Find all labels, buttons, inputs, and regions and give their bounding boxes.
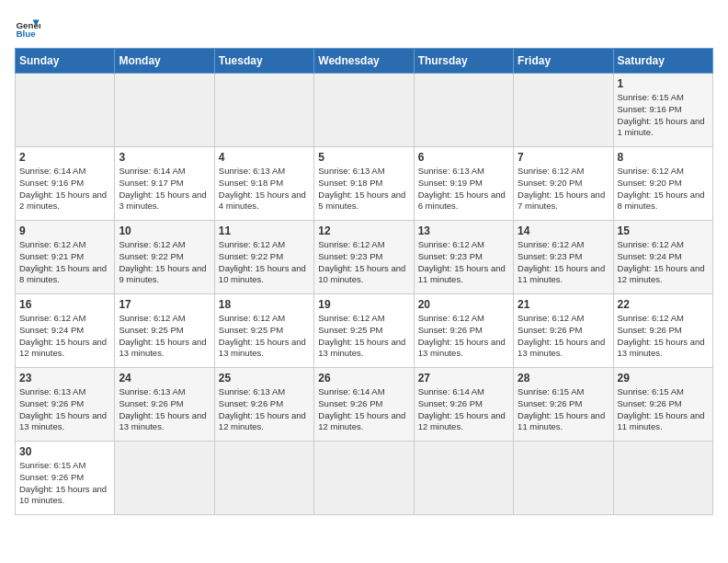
cell-content: Sunrise: 6:13 AM Sunset: 9:26 PM Dayligh… (19, 386, 110, 433)
calendar-cell (514, 74, 613, 147)
cell-content: Sunrise: 6:12 AM Sunset: 9:26 PM Dayligh… (518, 313, 609, 360)
cell-content: Sunrise: 6:14 AM Sunset: 9:17 PM Dayligh… (119, 166, 210, 213)
cell-content: Sunrise: 6:15 AM Sunset: 9:26 PM Dayligh… (19, 460, 110, 507)
week-row-2: 2Sunrise: 6:14 AM Sunset: 9:16 PM Daylig… (16, 147, 713, 221)
cell-content: Sunrise: 6:12 AM Sunset: 9:24 PM Dayligh… (19, 313, 110, 360)
cell-content: Sunrise: 6:12 AM Sunset: 9:20 PM Dayligh… (618, 166, 709, 213)
calendar-cell: 13Sunrise: 6:12 AM Sunset: 9:23 PM Dayli… (414, 221, 513, 294)
calendar-cell: 15Sunrise: 6:12 AM Sunset: 9:24 PM Dayli… (613, 221, 712, 294)
calendar-cell: 28Sunrise: 6:15 AM Sunset: 9:26 PM Dayli… (514, 368, 613, 442)
week-row-6: 30Sunrise: 6:15 AM Sunset: 9:26 PM Dayli… (16, 442, 713, 515)
logo-icon: General Blue (15, 15, 40, 40)
calendar-cell: 7Sunrise: 6:12 AM Sunset: 9:20 PM Daylig… (514, 147, 613, 221)
day-number: 17 (119, 298, 210, 311)
calendar-cell (414, 442, 513, 515)
calendar-cell: 30Sunrise: 6:15 AM Sunset: 9:26 PM Dayli… (16, 442, 115, 515)
day-number: 5 (318, 151, 409, 164)
calendar-cell: 3Sunrise: 6:14 AM Sunset: 9:17 PM Daylig… (115, 147, 214, 221)
day-number: 12 (318, 224, 409, 237)
calendar-cell: 4Sunrise: 6:13 AM Sunset: 9:18 PM Daylig… (214, 147, 313, 221)
calendar-cell: 18Sunrise: 6:12 AM Sunset: 9:25 PM Dayli… (214, 294, 313, 368)
calendar-cell (214, 74, 313, 147)
cell-content: Sunrise: 6:12 AM Sunset: 9:22 PM Dayligh… (219, 239, 310, 286)
week-row-3: 9Sunrise: 6:12 AM Sunset: 9:21 PM Daylig… (16, 221, 713, 294)
calendar-cell: 10Sunrise: 6:12 AM Sunset: 9:22 PM Dayli… (115, 221, 214, 294)
cell-content: Sunrise: 6:12 AM Sunset: 9:20 PM Dayligh… (518, 166, 609, 213)
calendar-cell (16, 74, 115, 147)
day-number: 28 (518, 372, 609, 385)
calendar-cell: 1Sunrise: 6:15 AM Sunset: 9:16 PM Daylig… (613, 74, 712, 147)
day-number: 6 (418, 151, 509, 164)
cell-content: Sunrise: 6:13 AM Sunset: 9:19 PM Dayligh… (418, 166, 509, 213)
day-number: 27 (418, 372, 509, 385)
day-number: 24 (119, 372, 210, 385)
cell-content: Sunrise: 6:12 AM Sunset: 9:26 PM Dayligh… (418, 313, 509, 360)
week-row-4: 16Sunrise: 6:12 AM Sunset: 9:24 PM Dayli… (16, 294, 713, 368)
calendar-cell: 29Sunrise: 6:15 AM Sunset: 9:26 PM Dayli… (613, 368, 712, 442)
day-number: 30 (19, 445, 110, 458)
cell-content: Sunrise: 6:14 AM Sunset: 9:16 PM Dayligh… (19, 166, 110, 213)
calendar-cell: 9Sunrise: 6:12 AM Sunset: 9:21 PM Daylig… (16, 221, 115, 294)
cell-content: Sunrise: 6:12 AM Sunset: 9:25 PM Dayligh… (318, 313, 409, 360)
calendar-cell: 27Sunrise: 6:14 AM Sunset: 9:26 PM Dayli… (414, 368, 513, 442)
day-number: 11 (219, 224, 310, 237)
day-number: 21 (518, 298, 609, 311)
calendar-cell: 16Sunrise: 6:12 AM Sunset: 9:24 PM Dayli… (16, 294, 115, 368)
calendar-cell: 21Sunrise: 6:12 AM Sunset: 9:26 PM Dayli… (514, 294, 613, 368)
day-number: 16 (19, 298, 110, 311)
cell-content: Sunrise: 6:15 AM Sunset: 9:26 PM Dayligh… (518, 386, 609, 433)
cell-content: Sunrise: 6:12 AM Sunset: 9:23 PM Dayligh… (418, 239, 509, 286)
cell-content: Sunrise: 6:12 AM Sunset: 9:26 PM Dayligh… (618, 313, 709, 360)
day-number: 10 (119, 224, 210, 237)
day-number: 25 (219, 372, 310, 385)
day-number: 14 (518, 224, 609, 237)
calendar-cell: 25Sunrise: 6:13 AM Sunset: 9:26 PM Dayli… (214, 368, 313, 442)
cell-content: Sunrise: 6:12 AM Sunset: 9:23 PM Dayligh… (318, 239, 409, 286)
day-number: 19 (318, 298, 409, 311)
cell-content: Sunrise: 6:12 AM Sunset: 9:22 PM Dayligh… (119, 239, 210, 286)
calendar-cell: 11Sunrise: 6:12 AM Sunset: 9:22 PM Dayli… (214, 221, 313, 294)
calendar-cell: 23Sunrise: 6:13 AM Sunset: 9:26 PM Dayli… (16, 368, 115, 442)
svg-text:Blue: Blue (16, 29, 36, 39)
calendar-cell: 8Sunrise: 6:12 AM Sunset: 9:20 PM Daylig… (613, 147, 712, 221)
day-number: 7 (518, 151, 609, 164)
day-number: 3 (119, 151, 210, 164)
day-number: 13 (418, 224, 509, 237)
calendar-cell (314, 74, 414, 147)
cell-content: Sunrise: 6:12 AM Sunset: 9:21 PM Dayligh… (19, 239, 110, 286)
day-header-wednesday: Wednesday (314, 49, 414, 74)
day-number: 20 (418, 298, 509, 311)
cell-content: Sunrise: 6:12 AM Sunset: 9:25 PM Dayligh… (219, 313, 310, 360)
calendar-cell: 22Sunrise: 6:12 AM Sunset: 9:26 PM Dayli… (613, 294, 712, 368)
cell-content: Sunrise: 6:13 AM Sunset: 9:26 PM Dayligh… (219, 386, 310, 433)
calendar-cell (414, 74, 513, 147)
day-number: 4 (219, 151, 310, 164)
calendar-cell (613, 442, 712, 515)
calendar-cell (115, 74, 214, 147)
cell-content: Sunrise: 6:14 AM Sunset: 9:26 PM Dayligh… (318, 386, 409, 433)
calendar-cell: 20Sunrise: 6:12 AM Sunset: 9:26 PM Dayli… (414, 294, 513, 368)
day-number: 9 (19, 224, 110, 237)
calendar-cell: 5Sunrise: 6:13 AM Sunset: 9:18 PM Daylig… (314, 147, 414, 221)
calendar-cell (314, 442, 414, 515)
week-row-1: 1Sunrise: 6:15 AM Sunset: 9:16 PM Daylig… (16, 74, 713, 147)
calendar-cell: 2Sunrise: 6:14 AM Sunset: 9:16 PM Daylig… (16, 147, 115, 221)
day-number: 1 (618, 77, 709, 90)
calendar-cell: 14Sunrise: 6:12 AM Sunset: 9:23 PM Dayli… (514, 221, 613, 294)
day-number: 26 (318, 372, 409, 385)
day-header-sunday: Sunday (16, 49, 115, 74)
day-header-friday: Friday (514, 49, 613, 74)
day-number: 22 (618, 298, 709, 311)
day-number: 18 (219, 298, 310, 311)
day-number: 8 (618, 151, 709, 164)
calendar-cell (514, 442, 613, 515)
cell-content: Sunrise: 6:13 AM Sunset: 9:26 PM Dayligh… (119, 386, 210, 433)
cell-content: Sunrise: 6:12 AM Sunset: 9:25 PM Dayligh… (119, 313, 210, 360)
day-number: 2 (19, 151, 110, 164)
calendar-cell (214, 442, 313, 515)
day-header-monday: Monday (115, 49, 214, 74)
cell-content: Sunrise: 6:15 AM Sunset: 9:16 PM Dayligh… (618, 92, 709, 139)
cell-content: Sunrise: 6:13 AM Sunset: 9:18 PM Dayligh… (318, 166, 409, 213)
day-header-tuesday: Tuesday (214, 49, 313, 74)
calendar-cell: 6Sunrise: 6:13 AM Sunset: 9:19 PM Daylig… (414, 147, 513, 221)
